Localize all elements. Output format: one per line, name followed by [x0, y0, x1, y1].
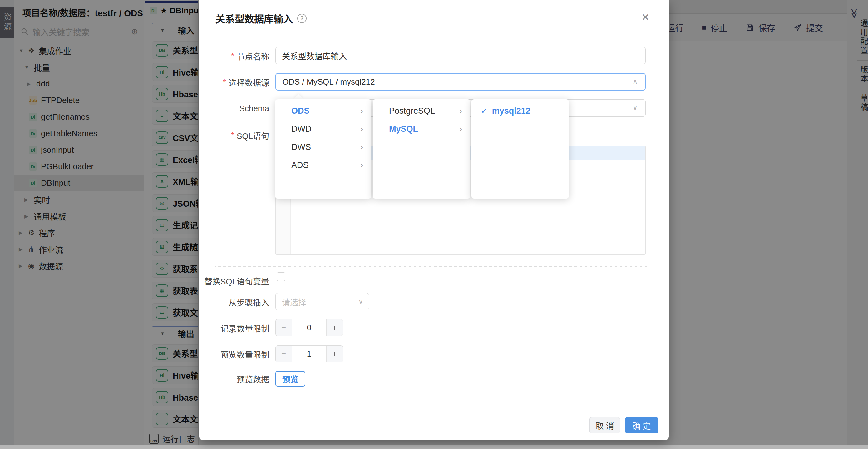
replace-vars-checkbox[interactable] [277, 272, 285, 281]
increment-button[interactable]: + [326, 320, 343, 336]
chevron-down-icon[interactable]: ∨ [632, 104, 638, 112]
replace-vars-label: 替换SQL语句变量 [199, 277, 269, 285]
app-screen: 资源 项目名称/数据层：testfr / ODS 输入关键字搜索 ⊕ ▼❖集成作… [0, 0, 868, 449]
cascader-option-DWS[interactable]: DWS› [275, 138, 371, 156]
preview-button[interactable]: 预览 [275, 371, 305, 387]
insert-step-row: 从步骤插入 请选择 ∨ [199, 293, 669, 311]
cascader-option-PostgreSQL[interactable]: PostgreSQL› [373, 102, 470, 120]
preview-data-label: 预览数据 [199, 371, 269, 387]
record-limit-value[interactable]: 0 [292, 320, 326, 336]
schema-label: Schema [199, 99, 269, 117]
preview-limit-stepper: − 1 + [275, 345, 343, 362]
chevron-right-icon: › [360, 106, 363, 116]
cascader-option-ADS[interactable]: ADS› [275, 156, 371, 174]
cascader-option-DWD[interactable]: DWD› [275, 120, 371, 138]
record-limit-stepper: − 0 + [275, 319, 343, 336]
section-divider [215, 266, 648, 267]
decrement-button[interactable]: − [276, 320, 292, 336]
preview-data-row: 预览数据 预览 [199, 371, 669, 387]
preview-limit-value[interactable]: 1 [292, 346, 326, 362]
chevron-right-icon: › [360, 142, 363, 152]
cascader-option-ODS[interactable]: ODS› [275, 102, 371, 120]
chevron-down-icon: ∨ [359, 298, 363, 305]
chevron-right-icon: › [360, 160, 363, 170]
datasource-row: * 选择数据源 ∧ [199, 73, 669, 91]
option-label: DWD [291, 124, 360, 134]
datasource-label: * 选择数据源 [199, 73, 269, 91]
cascader-option-mysql212[interactable]: ✓mysql212 [471, 102, 569, 120]
record-limit-label: 记录数量限制 [199, 319, 269, 337]
insert-step-label: 从步骤插入 [199, 293, 269, 311]
option-label: MySQL [389, 124, 459, 134]
option-label: PostgreSQL [389, 106, 459, 116]
option-label: ODS [291, 106, 360, 116]
cascader-column-0: ODS›DWD›DWS›ADS› [275, 99, 371, 199]
decrement-button[interactable]: − [276, 346, 292, 362]
cascader-option-MySQL[interactable]: MySQL› [373, 120, 470, 138]
node-name-input[interactable] [275, 47, 646, 64]
preview-limit-label: 预览数量限制 [199, 345, 269, 363]
option-label: mysql212 [492, 106, 561, 116]
db-input-dialog: 关系型数据库输入 ? ✕ * 节点名称 * 选择数据源 ∧ Schema [199, 0, 669, 440]
option-label: DWS [291, 142, 360, 152]
select-placeholder: 请选择 [282, 296, 306, 307]
help-icon[interactable]: ? [297, 14, 307, 23]
close-icon[interactable]: ✕ [641, 12, 649, 22]
insert-step-select[interactable]: 请选择 ∨ [275, 293, 369, 310]
horizontal-scrollbar[interactable] [0, 445, 868, 449]
chevron-right-icon: › [459, 106, 462, 116]
record-limit-row: 记录数量限制 − 0 + [199, 319, 669, 337]
ok-button[interactable]: 确 定 [625, 417, 658, 433]
required-asterisk: * [223, 78, 226, 87]
cascader-column-1: PostgreSQL›MySQL› [373, 99, 470, 199]
increment-button[interactable]: + [326, 346, 343, 362]
chevron-up-icon[interactable]: ∧ [632, 78, 638, 86]
preview-limit-row: 预览数量限制 − 1 + [199, 345, 669, 363]
chevron-right-icon: › [360, 124, 363, 134]
sql-label: * SQL语句 [199, 126, 269, 144]
option-label: ADS [291, 160, 360, 170]
check-icon: ✓ [481, 106, 488, 116]
datasource-input[interactable] [275, 73, 646, 91]
replace-vars-row: 替换SQL语句变量 [199, 277, 669, 285]
required-asterisk: * [231, 130, 234, 140]
dialog-title: 关系型数据库输入 [215, 11, 293, 25]
cascader-column-2: ✓mysql212 [471, 99, 569, 199]
node-name-row: * 节点名称 [199, 47, 669, 65]
cancel-button[interactable]: 取 消 [589, 417, 620, 433]
chevron-right-icon: › [459, 124, 462, 134]
node-name-label: * 节点名称 [199, 47, 269, 65]
required-asterisk: * [231, 51, 234, 61]
